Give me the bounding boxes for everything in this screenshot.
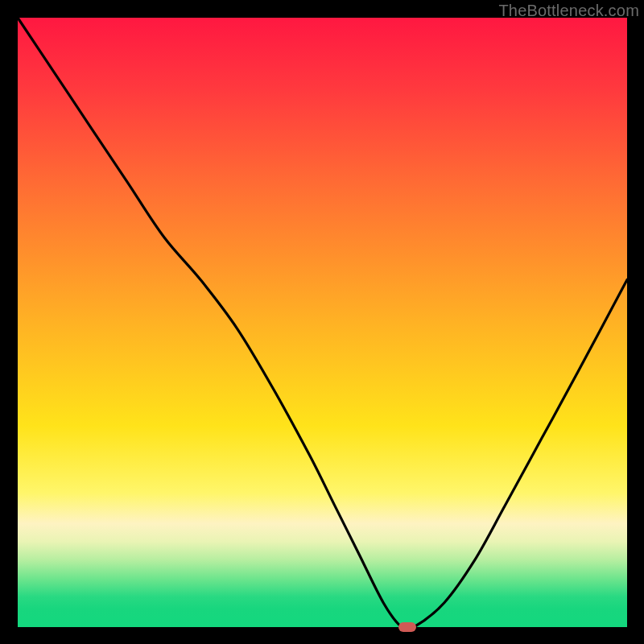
bottleneck-curve <box>18 18 627 627</box>
watermark-text: TheBottleneck.com <box>498 2 639 20</box>
optimal-point-marker <box>398 622 416 632</box>
curve-path <box>18 18 627 630</box>
chart-frame: TheBottleneck.com <box>0 0 644 644</box>
